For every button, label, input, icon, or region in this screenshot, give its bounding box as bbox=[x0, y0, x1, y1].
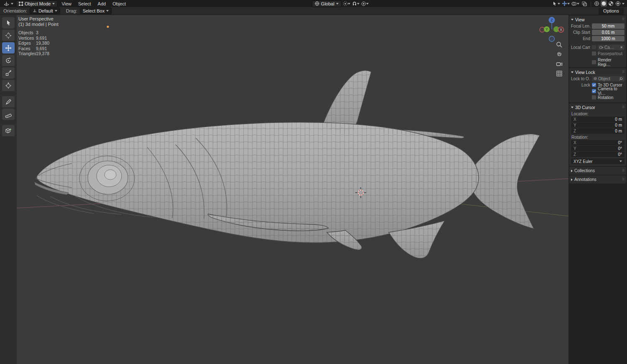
tool-shelf bbox=[0, 15, 17, 364]
camera-to-view-checkbox[interactable] bbox=[592, 89, 596, 93]
xray-toggle[interactable] bbox=[581, 0, 588, 7]
transform-orientation-dropdown[interactable]: Global bbox=[312, 0, 342, 7]
drag-handle-icon[interactable]: ⠿ bbox=[622, 169, 624, 173]
cursor-location-y-field[interactable]: Y 0 m bbox=[571, 122, 624, 128]
drag-handle-icon[interactable]: ⠿ bbox=[622, 70, 624, 74]
svg-text:X: X bbox=[560, 28, 562, 32]
panel-view-header[interactable]: View ⠿ bbox=[571, 16, 624, 23]
drag-handle-icon[interactable]: ⠿ bbox=[622, 178, 624, 181]
magnet-icon bbox=[352, 1, 357, 6]
cursor-rotation-y-field[interactable]: Y 0° bbox=[571, 146, 624, 151]
view-perspective-label: User Perspective bbox=[18, 16, 59, 22]
active-object-label: (1) 3d model | Point bbox=[18, 22, 59, 27]
xray-icon bbox=[582, 1, 587, 6]
options-button[interactable]: Options bbox=[599, 8, 624, 15]
clear-camera-button[interactable]: ✕ bbox=[620, 45, 623, 50]
pan-hand-icon[interactable] bbox=[556, 51, 563, 58]
shading-material-icon bbox=[608, 1, 614, 6]
object-origin-dot[interactable] bbox=[107, 26, 109, 28]
panel-annotations[interactable]: Annotations ⠿ bbox=[569, 176, 626, 183]
rotation-mode-dropdown[interactable]: XYZ Euler bbox=[571, 158, 624, 164]
drag-handle-icon[interactable]: ⠿ bbox=[622, 105, 624, 109]
camera-to-view-row: Camera to Vi… bbox=[571, 88, 624, 94]
pivot-point-dropdown[interactable] bbox=[342, 0, 351, 7]
annotate-tool[interactable] bbox=[2, 96, 15, 107]
editor-type-icon[interactable] bbox=[3, 0, 10, 7]
navigation-gizmo[interactable]: Z Y X bbox=[537, 15, 568, 43]
eyedropper-icon[interactable] bbox=[619, 77, 623, 81]
zoom-icon[interactable] bbox=[556, 41, 563, 48]
measure-tool[interactable] bbox=[2, 109, 15, 120]
chevron-right-icon bbox=[571, 170, 573, 172]
gizmo-z-neg-axis[interactable] bbox=[549, 36, 555, 42]
snap-toggle[interactable] bbox=[352, 0, 360, 7]
tool-settings-bar: Orientation: Default Drag: Select Box Op… bbox=[0, 7, 627, 15]
stat-row: Vertices9,691 bbox=[18, 36, 59, 41]
chevron-down-icon bbox=[571, 71, 573, 73]
camera-view-icon[interactable] bbox=[556, 61, 563, 67]
clip-start-field[interactable]: 0.01 m bbox=[592, 30, 624, 35]
cursor-tool[interactable] bbox=[2, 30, 15, 41]
add-cube-icon bbox=[5, 127, 12, 134]
clip-start-row: Clip Start 0.01 m bbox=[571, 29, 624, 35]
perspective-grid-icon[interactable] bbox=[556, 70, 563, 77]
viewport-info-overlay: User Perspective (1) 3d model | Point Ob… bbox=[18, 16, 59, 56]
menu-object[interactable]: Object bbox=[110, 1, 129, 7]
shading-wireframe-icon bbox=[594, 1, 599, 6]
clip-end-field[interactable]: 1000 m bbox=[592, 36, 624, 41]
panel-view-lock-header[interactable]: View Lock ⠿ bbox=[571, 69, 624, 75]
mode-label: Object Mode bbox=[25, 1, 51, 6]
shading-solid-button[interactable] bbox=[601, 0, 607, 7]
move-tool[interactable] bbox=[2, 42, 15, 53]
drag-handle-icon[interactable]: ⠿ bbox=[622, 18, 624, 21]
select-box-tool[interactable] bbox=[2, 17, 15, 28]
visibility-filter-dropdown[interactable] bbox=[552, 0, 561, 7]
lock-to-object-field[interactable]: Object bbox=[592, 76, 624, 81]
add-primitive-tool[interactable] bbox=[2, 125, 15, 136]
rotate-tool[interactable] bbox=[2, 55, 15, 66]
local-camera-field[interactable]: Ca… ✕ bbox=[598, 45, 624, 50]
transform-tool[interactable] bbox=[2, 80, 15, 91]
proportional-editing-icon bbox=[361, 1, 366, 6]
passepartout-checkbox[interactable] bbox=[592, 51, 596, 56]
shading-wireframe-button[interactable] bbox=[594, 0, 600, 7]
scale-tool[interactable] bbox=[2, 67, 15, 79]
menu-select[interactable]: Select bbox=[75, 1, 94, 7]
cursor-rotation-x-field[interactable]: X 0° bbox=[571, 140, 624, 145]
shading-dropdown-caret[interactable] bbox=[622, 3, 624, 5]
lock-rotation-checkbox[interactable] bbox=[592, 95, 596, 99]
camera-icon bbox=[599, 46, 603, 49]
drag-setting-dropdown[interactable]: Select Box bbox=[80, 8, 112, 14]
local-camera-checkbox[interactable] bbox=[592, 45, 596, 49]
menu-add[interactable]: Add bbox=[95, 1, 109, 7]
chevron-down-icon bbox=[571, 107, 573, 108]
cursor-location-x-field[interactable]: X 0 m bbox=[571, 117, 624, 122]
proportional-editing-dropdown[interactable] bbox=[361, 0, 369, 7]
panel-3d-cursor: 3D Cursor ⠿ Location: X 0 m Y 0 m Z 0 m … bbox=[569, 103, 626, 166]
stat-row: Objects3 bbox=[18, 30, 59, 36]
cursor-location-label: Location: bbox=[571, 112, 624, 116]
global-orientation-icon bbox=[315, 1, 319, 6]
overlays-toggle[interactable] bbox=[571, 0, 580, 7]
render-region-row: Render Regi… bbox=[571, 59, 624, 65]
mode-dropdown[interactable]: Object Mode bbox=[16, 0, 58, 7]
gizmos-toggle[interactable] bbox=[561, 0, 570, 7]
panel-3d-cursor-header[interactable]: 3D Cursor ⠿ bbox=[571, 104, 624, 110]
orientation-setting-dropdown[interactable]: Default bbox=[30, 8, 60, 14]
editor-type-caret[interactable] bbox=[11, 3, 13, 5]
measure-ruler-icon bbox=[5, 111, 12, 118]
fish-model[interactable] bbox=[35, 71, 540, 258]
cursor-rotation-z-field[interactable]: Z 0° bbox=[571, 152, 624, 157]
shading-material-button[interactable] bbox=[608, 0, 614, 7]
panel-collections[interactable]: Collections ⠿ bbox=[569, 167, 626, 175]
viewport-canvas[interactable] bbox=[0, 0, 627, 364]
to-3d-cursor-checkbox[interactable] bbox=[592, 83, 596, 87]
chevron-right-icon bbox=[571, 178, 573, 181]
shading-rendered-button[interactable] bbox=[615, 0, 621, 7]
shading-solid-icon bbox=[601, 1, 607, 6]
cursor-location-z-field[interactable]: Z 0 m bbox=[571, 128, 624, 134]
menu-view[interactable]: View bbox=[59, 1, 74, 7]
pivot-point-icon bbox=[343, 1, 348, 6]
render-region-checkbox[interactable] bbox=[592, 60, 596, 64]
focal-length-field[interactable]: 50 mm bbox=[592, 23, 624, 29]
